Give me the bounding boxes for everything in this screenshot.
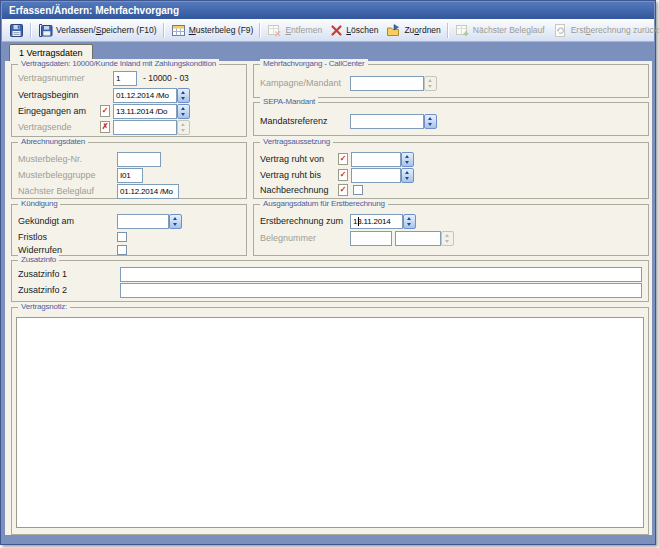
reset-calculation-icon xyxy=(553,23,568,38)
text-caret xyxy=(358,217,359,226)
save-exit-icon xyxy=(38,23,53,38)
belegnummer-input[interactable] xyxy=(350,231,392,246)
widerrufen-checkbox[interactable] xyxy=(117,245,127,255)
toolbar-button-verlassen-speichern[interactable]: Verlassen/Speichern (F10) xyxy=(34,21,161,40)
toolbar-separator xyxy=(259,23,261,38)
delete-x-icon xyxy=(330,24,343,37)
group-zusatzinfo: Zusatzinfo Zusatzinfo 1 Zusatzinfo 2 xyxy=(11,260,649,302)
group-title: Vertragsdaten: 10000/Kunde Inland mit Za… xyxy=(18,59,219,68)
app-window: Erfassen/Ändern: Mehrfachvorgang Verlass… xyxy=(0,0,656,545)
group-title: Vertragsnotiz: xyxy=(18,302,70,311)
vertrag-ruht-von-spinner[interactable] xyxy=(401,152,414,167)
field-label-naechster-beleglauf: Nächster Beleglauf xyxy=(18,184,94,199)
belegnummer-dropdown-button[interactable] xyxy=(441,231,454,246)
toolbar-button-entfernen[interactable]: Entfernen xyxy=(263,21,326,40)
vertrag-ruht-bis-spinner[interactable] xyxy=(401,168,414,183)
gekuendigt-am-input[interactable] xyxy=(117,214,169,229)
zusatzinfo-2-input[interactable] xyxy=(120,283,642,298)
gekuendigt-am-spinner[interactable] xyxy=(169,214,182,229)
field-label-gekuendigt-am: Gekündigt am xyxy=(18,214,74,229)
field-label-vertrag-ruht-von: Vertrag ruht von xyxy=(260,152,324,167)
nachberechnung-check-icon[interactable]: ✓ xyxy=(338,184,348,196)
eingegangen-am-check-icon[interactable]: ✓ xyxy=(100,105,110,117)
toolbar-button-label: Entfernen xyxy=(285,25,322,35)
field-label-vertrag-ruht-bis: Vertrag ruht bis xyxy=(260,168,321,183)
vertragsnummer-suffix: - 10000 - 03 xyxy=(143,71,189,86)
vertragsende-spinner[interactable] xyxy=(177,120,190,135)
field-label-belegnummer: Belegnummer xyxy=(260,231,316,246)
field-label-nachberechnung: Nachberechnung xyxy=(260,183,329,198)
vertrag-ruht-bis-check-icon[interactable]: ✓ xyxy=(338,169,348,181)
toolbar-separator xyxy=(447,23,449,38)
toolbar-button-erstberechnung-zuruecksetzen[interactable]: Erstberechnung zurücksetzen xyxy=(549,21,659,40)
group-title: Zusatzinfo xyxy=(18,255,59,264)
mandatsreferenz-combo-input[interactable] xyxy=(350,114,424,129)
nachberechnung-checkbox[interactable] xyxy=(353,185,363,195)
group-title: Ausgangsdatum für Erstberechnung xyxy=(260,199,388,208)
vertrag-ruht-von-check-icon[interactable]: ✓ xyxy=(338,153,348,165)
naechster-beleglauf-input[interactable] xyxy=(117,184,179,199)
field-label-zusatzinfo-2: Zusatzinfo 2 xyxy=(18,283,67,298)
window-title: Erfassen/Ändern: Mehrfachvorgang xyxy=(9,5,179,16)
field-label-kampagne-mandant: Kampagne/Mandant xyxy=(260,76,341,91)
group-vertragsaussetzung: Vertragsaussetzung Vertrag ruht von ✓ Ve… xyxy=(253,142,649,199)
musterbeleggruppe-input[interactable] xyxy=(117,168,143,183)
field-label-vertragsende: Vertragsende xyxy=(18,120,72,135)
group-vertragsdaten: Vertragsdaten: 10000/Kunde Inland mit Za… xyxy=(11,64,247,137)
toolbar-button-label: Erstberechnung zurücksetzen xyxy=(571,25,659,35)
vertragsbeginn-input[interactable] xyxy=(113,88,177,103)
belegnummer-combo-input[interactable] xyxy=(395,231,441,246)
group-erstberechnung: Ausgangsdatum für Erstberechnung Erstber… xyxy=(253,204,649,256)
save-icon xyxy=(9,23,24,38)
eingegangen-am-input[interactable] xyxy=(113,104,177,119)
vertrag-ruht-bis-input[interactable] xyxy=(351,168,401,183)
field-label-mandatsreferenz: Mandatsreferenz xyxy=(260,114,328,129)
toolbar-button-zuordnen[interactable]: Zuordnen xyxy=(382,21,444,40)
field-label-vertragsbeginn: Vertragsbeginn xyxy=(18,88,79,103)
toolbar-button-label: Zuordnen xyxy=(404,25,440,35)
mandatsreferenz-dropdown-button[interactable] xyxy=(424,114,437,129)
document-table-icon xyxy=(171,23,186,38)
assign-folder-icon xyxy=(386,23,401,38)
group-vertragsnotiz: Vertragsnotiz: xyxy=(11,307,649,535)
field-label-eingegangen-am: Eingegangen am xyxy=(18,104,86,119)
group-sepa-mandant: SEPA-Mandant Mandatsreferenz xyxy=(253,102,649,136)
erstberechnung-zum-spinner[interactable] xyxy=(403,214,416,229)
toolbar-button-label: Verlassen/Speichern (F10) xyxy=(56,25,157,35)
vertragsnummer-input[interactable] xyxy=(113,71,137,86)
toolbar-button-loeschen[interactable]: Löschen xyxy=(326,21,382,40)
toolbar-button-label: Löschen xyxy=(346,25,378,35)
remove-icon xyxy=(267,23,282,38)
toolbar-button-naechster-beleglauf[interactable]: Nächster Beleglauf xyxy=(451,21,549,40)
window-titlebar: Erfassen/Ändern: Mehrfachvorgang xyxy=(2,2,654,19)
group-kuendigung: Kündigung Gekündigt am Fristlos Widerruf… xyxy=(11,204,247,256)
group-title: Mehrfachvorgang - CallCenter xyxy=(260,59,368,68)
next-document-icon xyxy=(455,23,470,38)
vertrag-ruht-von-input[interactable] xyxy=(351,152,401,167)
group-abrechnungsdaten: Abrechnungsdaten Musterbeleg-Nr. Musterb… xyxy=(11,142,247,199)
fristlos-checkbox[interactable] xyxy=(117,232,127,242)
kampagne-mandant-dropdown-button[interactable] xyxy=(424,76,437,91)
toolbar-button-label: Nächster Beleglauf xyxy=(473,25,545,35)
vertragsende-cross-icon[interactable]: ✗ xyxy=(100,121,110,133)
vertragsende-input[interactable] xyxy=(113,120,177,135)
group-title: Abrechnungsdaten xyxy=(18,137,88,146)
vertragsbeginn-spinner[interactable] xyxy=(177,88,190,103)
vertragsnotiz-textarea[interactable] xyxy=(16,317,644,528)
toolbar: Verlassen/Speichern (F10) Musterbeleg (F… xyxy=(2,19,654,42)
zusatzinfo-1-input[interactable] xyxy=(120,267,642,282)
field-label-musterbeleggruppe: Musterbeleggruppe xyxy=(18,168,96,183)
toolbar-separator xyxy=(30,23,32,38)
group-callcenter: Mehrfachvorgang - CallCenter Kampagne/Ma… xyxy=(253,64,649,98)
musterbeleg-nr-input[interactable] xyxy=(117,152,161,167)
group-title: Kündigung xyxy=(18,199,60,208)
toolbar-button-musterbeleg[interactable]: Musterbeleg (F9) xyxy=(167,21,258,40)
toolbar-button-save[interactable] xyxy=(5,21,28,40)
toolbar-separator xyxy=(163,23,165,38)
eingegangen-am-spinner[interactable] xyxy=(177,104,190,119)
group-title: Vertragsaussetzung xyxy=(260,137,333,146)
field-label-musterbeleg-nr: Musterbeleg-Nr. xyxy=(18,152,82,167)
kampagne-mandant-combo-input[interactable] xyxy=(350,76,424,91)
group-title: SEPA-Mandant xyxy=(260,97,318,106)
field-label-vertragsnummer: Vertragsnummer xyxy=(18,71,85,86)
